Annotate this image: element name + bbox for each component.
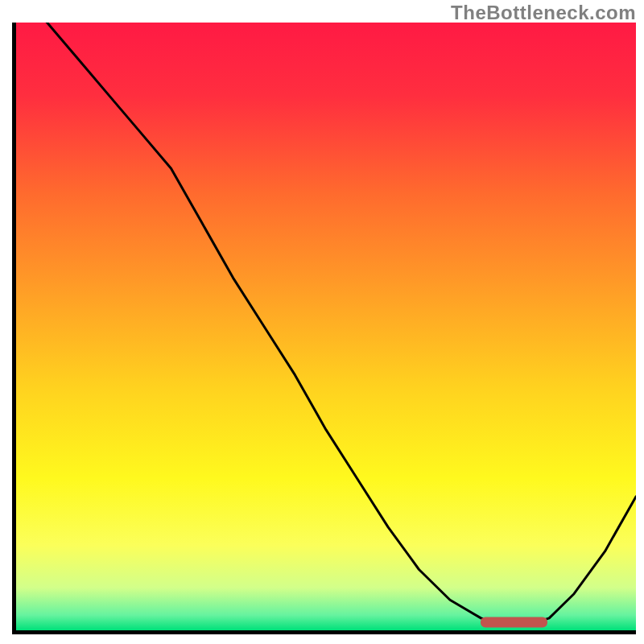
watermark-text: TheBottleneck.com — [451, 2, 636, 24]
plot-area — [12, 23, 636, 634]
gradient-background — [16, 23, 636, 630]
chart-svg — [16, 23, 636, 630]
optimal-marker — [481, 617, 547, 628]
chart-container: TheBottleneck.com — [0, 0, 644, 644]
